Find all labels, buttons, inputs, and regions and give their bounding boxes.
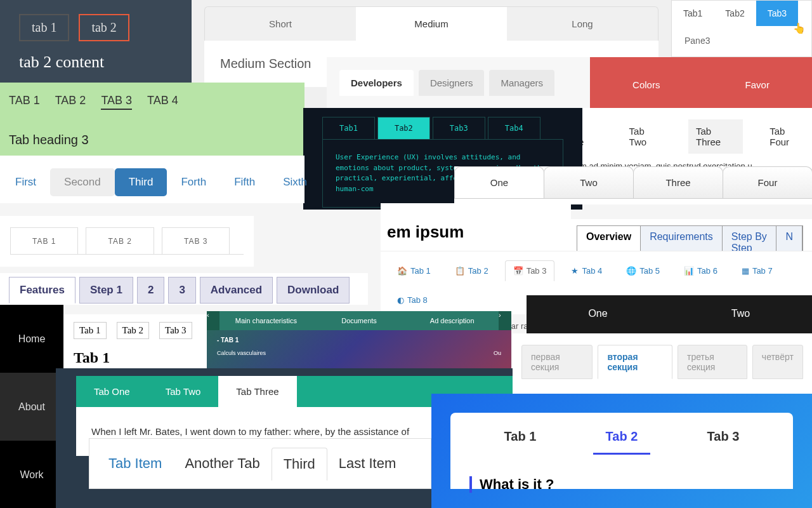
tab-another[interactable]: Another Tab xyxy=(173,448,271,481)
tab-heading: Tab heading 3 xyxy=(9,133,296,147)
next-arrow-icon[interactable]: › xyxy=(499,311,511,330)
tab-1[interactable]: 🏠Tab 1 xyxy=(390,260,438,281)
tab-2[interactable]: tab 2 xyxy=(79,14,129,41)
tab-short[interactable]: Short xyxy=(205,7,356,41)
tab-advanced[interactable]: Advanced xyxy=(200,277,273,304)
tab-1[interactable]: Tab 1 xyxy=(74,322,107,339)
tab-4[interactable]: TAB 4 xyxy=(147,94,178,110)
tab1[interactable]: Tab1 xyxy=(322,117,375,139)
tab-one[interactable]: Tab One xyxy=(76,376,148,407)
tab-1[interactable]: tab 1 xyxy=(19,14,69,41)
tab-three[interactable]: Tab Three xyxy=(218,376,296,407)
tab-5[interactable]: 🌐Tab 5 xyxy=(619,260,667,281)
tab-heading: Tab 1 xyxy=(74,349,199,366)
tab-7[interactable]: ▦Tab 7 xyxy=(734,260,780,281)
tab-6[interactable]: 📊Tab 6 xyxy=(676,260,725,281)
tab-section-2[interactable]: вторая секция xyxy=(598,345,672,379)
blue-active-tabs-panel: Tab1 Tab2 Tab3 Pane3 xyxy=(671,0,812,57)
dark-border-tabs-panel: tab 1 tab 2 tab 2 content xyxy=(0,0,192,86)
tab-2[interactable]: Tab 2 xyxy=(117,322,150,339)
tab-step2[interactable]: 2 xyxy=(137,277,164,304)
tab-sixth[interactable]: Sixth xyxy=(269,168,321,196)
tab-three[interactable]: Three xyxy=(633,166,723,198)
tab-forth[interactable]: Forth xyxy=(167,168,220,196)
tab-1[interactable]: TAB 1 xyxy=(10,227,78,255)
star-icon: ★ xyxy=(571,266,579,276)
tab-4[interactable]: ★Tab 4 xyxy=(563,260,610,281)
tab-2[interactable]: Tab 2 xyxy=(593,425,651,455)
tab-2[interactable]: 📋Tab 2 xyxy=(447,260,496,281)
boxed-tabs-panel: TAB 1 TAB 2 TAB 3 xyxy=(0,216,254,267)
tab-two[interactable]: Two xyxy=(544,166,634,198)
tab-3[interactable]: Tab 3 xyxy=(159,322,192,339)
tab-section-4[interactable]: четвёрт xyxy=(752,345,803,379)
calendar-icon: 📅 xyxy=(513,266,523,276)
pane-content: Pane3 xyxy=(672,26,811,55)
dark-one-two-panel: One Two xyxy=(527,295,812,333)
tab1[interactable]: Tab1 xyxy=(672,1,714,26)
role-tabs-panel: Developers Designers Managers xyxy=(327,57,590,108)
pill-tabs-panel: First Second Third Forth Fifth Sixth xyxy=(0,156,304,203)
tab-third[interactable]: Third xyxy=(272,448,327,481)
tab-2[interactable]: TAB 2 xyxy=(86,227,154,255)
vertical-nav-panel: Home About Work xyxy=(0,305,63,508)
tab-section-1[interactable]: первая секция xyxy=(521,345,593,379)
tab3[interactable]: Tab3 xyxy=(756,1,798,26)
tab-features[interactable]: Features xyxy=(9,277,75,304)
tab2[interactable]: Tab2 xyxy=(714,1,756,26)
tab-third[interactable]: Third xyxy=(115,168,167,196)
tab-3[interactable]: TAB 3 xyxy=(162,227,230,255)
tab-long[interactable]: Long xyxy=(507,7,658,41)
red-tabs-panel: Colors Favor xyxy=(590,57,812,108)
tab-content: tab 2 content xyxy=(19,53,173,72)
tab-documents[interactable]: Documents xyxy=(313,311,406,330)
tab-developers[interactable]: Developers xyxy=(339,70,414,96)
tab-ad[interactable]: Ad description xyxy=(405,311,499,330)
tab-download[interactable]: Download xyxy=(277,277,350,304)
tab-fifth[interactable]: Fifth xyxy=(220,168,269,196)
tab-two[interactable]: Tab Two xyxy=(148,376,219,407)
tab-main[interactable]: Main characteristics xyxy=(219,311,313,330)
tab-first[interactable]: First xyxy=(1,168,50,196)
tab4[interactable]: Tab4 xyxy=(488,117,540,139)
tab-two[interactable]: Tab Two xyxy=(622,119,669,154)
list-icon: 📋 xyxy=(455,266,465,276)
tab-section-3[interactable]: третья секция xyxy=(678,345,747,379)
tab-favorites[interactable]: Favor xyxy=(745,79,769,90)
tab-second[interactable]: Second xyxy=(50,168,115,196)
nav-home[interactable]: Home xyxy=(0,305,63,373)
tab-last[interactable]: Last Item xyxy=(327,448,407,481)
tab-one-four-panel: ab One Tab Two Tab Three Tab Four Ut eni… xyxy=(552,108,812,171)
tab3[interactable]: Tab3 xyxy=(433,117,485,139)
tab-four[interactable]: Tab Four xyxy=(762,119,812,154)
tab-two[interactable]: Two xyxy=(669,295,812,332)
tab-step3[interactable]: 3 xyxy=(168,277,195,304)
tab-3[interactable]: Tab 3 xyxy=(695,425,752,455)
tab-step1[interactable]: Step 1 xyxy=(79,277,133,304)
globe-icon: 🌐 xyxy=(626,266,636,276)
chart-icon: 📊 xyxy=(684,266,694,276)
tab-3[interactable]: 📅Tab 3 xyxy=(505,260,555,281)
nav-about[interactable]: About xyxy=(0,373,63,441)
tab-item[interactable]: Tab Item xyxy=(97,448,173,481)
tab-1[interactable]: TAB 1 xyxy=(9,94,40,110)
tab-2[interactable]: TAB 2 xyxy=(55,94,86,110)
nav-work[interactable]: Work xyxy=(0,441,63,508)
tab-medium[interactable]: Medium xyxy=(356,7,507,41)
tab-1[interactable]: Tab 1 xyxy=(492,425,549,455)
tab-one[interactable]: One xyxy=(527,295,669,332)
tab-three[interactable]: Tab Three xyxy=(688,119,743,154)
tab-four[interactable]: Four xyxy=(723,166,812,198)
tab-8[interactable]: ◐Tab 8 xyxy=(390,290,435,310)
tab-managers[interactable]: Managers xyxy=(489,70,554,96)
folder-tabs-panel: One Two Three Four xyxy=(454,166,812,204)
tab-3[interactable]: TAB 3 xyxy=(101,94,132,110)
green-underline-tabs-panel: TAB 1 TAB 2 TAB 3 TAB 4 Tab heading 3 xyxy=(0,83,304,156)
tab-one[interactable]: One xyxy=(454,166,544,198)
tab-designers[interactable]: Designers xyxy=(419,70,485,96)
blue-card-tabs-panel: Tab 1 Tab 2 Tab 3 What is it ? xyxy=(431,394,812,508)
tab2[interactable]: Tab2 xyxy=(377,117,430,139)
tab-colors[interactable]: Colors xyxy=(632,79,660,90)
overview-tabs-panel: Overview Requirements Step By Step N xyxy=(568,219,812,254)
prev-arrow-icon[interactable]: ‹ xyxy=(207,311,219,330)
